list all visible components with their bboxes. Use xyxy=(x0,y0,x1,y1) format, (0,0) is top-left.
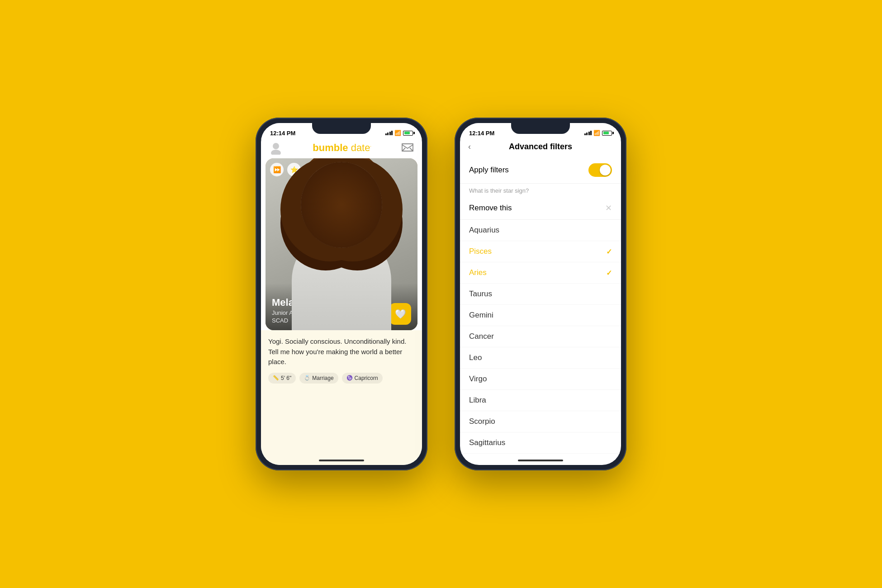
bio-section: Yogi. Socially conscious. Unconditionall… xyxy=(261,330,422,456)
left-phone-screen: 12:14 PM 📶 bumble date· xyxy=(261,123,422,465)
filters-title: Advanced filters xyxy=(509,142,572,152)
zodiac-aquarius: Aquarius xyxy=(469,226,499,235)
star-sign-prompt: What is their star sign? xyxy=(460,184,621,197)
right-phone: 12:14 PM 📶 ‹ Advanced filters Apply filt… xyxy=(455,118,626,470)
zodiac-list: Aquarius Pisces ✓ Aries ✓ Taurus Gemini … xyxy=(460,220,621,456)
filters-header: ‹ Advanced filters xyxy=(460,139,621,157)
tag-zodiac: ♑ Capricorn xyxy=(342,373,383,384)
battery-fill-right xyxy=(603,132,609,134)
zodiac-item-taurus[interactable]: Taurus xyxy=(460,284,621,305)
toggle-knob xyxy=(600,165,611,175)
aries-checkmark: ✓ xyxy=(606,269,612,277)
zodiac-scorpio: Scorpio xyxy=(469,417,495,426)
message-icon[interactable] xyxy=(401,143,414,153)
apply-filters-row: Apply filters xyxy=(460,157,621,184)
heart-button[interactable]: 🤍 xyxy=(389,303,411,325)
status-time-right: 12:14 PM xyxy=(469,130,494,137)
zodiac-item-gemini[interactable]: Gemini xyxy=(460,305,621,326)
zodiac-item-aries[interactable]: Aries ✓ xyxy=(460,262,621,284)
back-button[interactable]: ‹ xyxy=(468,142,471,152)
zodiac-leo: Leo xyxy=(469,353,482,362)
signal-icon-right xyxy=(584,131,592,135)
selected-filter-text: Remove this xyxy=(469,204,512,213)
profile-action-buttons: ⏩ ⭐ 🎵 xyxy=(270,163,318,176)
pisces-checkmark: ✓ xyxy=(606,247,612,256)
tag-height: 📏 5' 6" xyxy=(268,373,296,384)
apply-filters-label: Apply filters xyxy=(469,166,509,175)
battery-icon-right xyxy=(602,131,612,136)
bumble-logo: bumble date· xyxy=(313,142,371,154)
zodiac-item-libra[interactable]: Libra xyxy=(460,390,621,411)
zodiac-item-cancer[interactable]: Cancer xyxy=(460,326,621,347)
status-bar-right: 12:14 PM 📶 xyxy=(460,123,621,139)
zodiac-item-sagittarius[interactable]: Sagittarius xyxy=(460,432,621,454)
tag-intent: 💍 Marriage xyxy=(299,373,338,384)
zodiac-item-aquarius[interactable]: Aquarius xyxy=(460,220,621,241)
profile-card: ⏩ ⭐ 🎵 Melanie, 27 ✓ Junior Art Director … xyxy=(266,158,417,330)
zodiac-item-leo[interactable]: Leo xyxy=(460,347,621,369)
zodiac-libra: Libra xyxy=(469,396,486,405)
rewind-btn[interactable]: ⏩ xyxy=(270,163,284,176)
wifi-icon-right: 📶 xyxy=(593,130,600,136)
zodiac-item-scorpio[interactable]: Scorpio xyxy=(460,411,621,432)
home-bar-right xyxy=(518,460,563,461)
notch-left xyxy=(312,123,371,134)
bio-text: Yogi. Socially conscious. Unconditionall… xyxy=(268,337,415,367)
remove-filter-button[interactable]: ✕ xyxy=(605,203,612,213)
home-bar-left xyxy=(319,460,364,461)
intent-icon: 💍 xyxy=(304,375,310,381)
status-icons-right: 📶 xyxy=(584,130,612,136)
profile-tags: 📏 5' 6" 💍 Marriage ♑ Capricorn xyxy=(268,373,415,384)
bumble-header: bumble date· xyxy=(261,139,422,158)
zodiac-virgo: Virgo xyxy=(469,375,487,384)
selected-filter-row: Remove this ✕ xyxy=(460,197,621,220)
battery-icon-left xyxy=(403,131,413,136)
zodiac-cancer: Cancer xyxy=(469,332,494,341)
status-time-left: 12:14 PM xyxy=(270,130,295,137)
star-btn[interactable]: ⭐ xyxy=(287,163,301,176)
height-label: 5' 6" xyxy=(281,375,291,381)
right-phone-screen: 12:14 PM 📶 ‹ Advanced filters Apply filt… xyxy=(460,123,621,465)
zodiac-icon: ♑ xyxy=(346,375,353,381)
svg-point-1 xyxy=(271,150,281,155)
zodiac-gemini: Gemini xyxy=(469,311,493,320)
intent-label: Marriage xyxy=(312,375,333,381)
left-phone: 12:14 PM 📶 bumble date· xyxy=(256,118,427,470)
zodiac-item-pisces[interactable]: Pisces ✓ xyxy=(460,241,621,262)
profile-icon[interactable] xyxy=(269,141,283,155)
notch-right xyxy=(511,123,570,134)
zodiac-taurus: Taurus xyxy=(469,289,492,299)
zodiac-pisces: Pisces xyxy=(469,247,492,256)
battery-fill-left xyxy=(404,132,410,134)
wifi-icon-left: 📶 xyxy=(394,130,401,136)
zodiac-item-virgo[interactable]: Virgo xyxy=(460,369,621,390)
zodiac-aries: Aries xyxy=(469,268,487,277)
home-indicator-left xyxy=(261,456,422,465)
home-indicator-right xyxy=(460,456,621,465)
status-icons-left: 📶 xyxy=(385,130,413,136)
apply-filters-toggle[interactable] xyxy=(588,163,612,177)
zodiac-label: Capricorn xyxy=(355,375,378,381)
svg-point-0 xyxy=(273,143,279,149)
signal-icon-left xyxy=(385,131,393,135)
status-bar-left: 12:14 PM 📶 xyxy=(261,123,422,139)
height-icon: 📏 xyxy=(273,375,279,381)
zodiac-sagittarius: Sagittarius xyxy=(469,438,505,447)
